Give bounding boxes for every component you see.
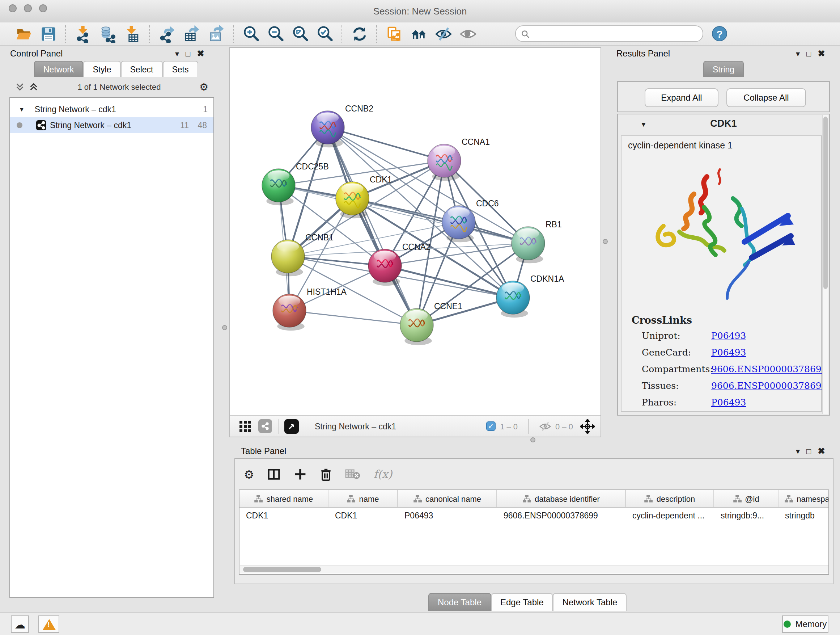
apply-style-refresh-button[interactable] (347, 24, 372, 44)
table-cell[interactable]: CDK1 (328, 508, 398, 523)
tab-select[interactable]: Select (121, 61, 163, 77)
panel-menu-icon[interactable]: ▾ (796, 447, 800, 456)
network-share-view-icon[interactable] (258, 419, 272, 433)
help-button[interactable]: ? (712, 26, 727, 41)
panel-close-icon[interactable]: ✖ (818, 446, 825, 456)
network-node-cdc25b[interactable]: CDC25B (262, 162, 329, 205)
results-scrollbar[interactable] (822, 115, 829, 414)
panel-float-icon[interactable]: □ (806, 447, 811, 455)
panel-close-icon[interactable]: ✖ (197, 49, 204, 59)
panel-menu-icon[interactable]: ▾ (175, 49, 179, 58)
enhance-labels-button[interactable] (431, 24, 456, 44)
zoom-selected-button[interactable] (313, 24, 337, 44)
panel-float-icon[interactable]: □ (806, 49, 811, 58)
crosslink-value-link[interactable]: P06493 (711, 347, 746, 358)
birds-eye-view-icon[interactable] (284, 419, 299, 433)
crosslink-value-link[interactable]: 9606.ENSP00000378699 (711, 363, 827, 374)
function-builder-icon[interactable]: f(x) (374, 468, 392, 481)
column-header-description[interactable]: description (626, 490, 714, 507)
panel-menu-icon[interactable]: ▾ (796, 49, 800, 58)
import-network-from-database-button[interactable] (95, 24, 120, 44)
table-cell[interactable]: 9606.ENSP00000378699 (497, 508, 626, 523)
tab-string[interactable]: String (703, 61, 744, 77)
tab-network[interactable]: Network (34, 61, 83, 77)
network-row-selected[interactable]: String Network – cdk1 11 48 (10, 117, 213, 133)
delete-table-icon[interactable] (346, 469, 361, 480)
memory-button[interactable]: Memory (782, 616, 829, 633)
network-canvas[interactable]: CCNB2CCNA1CDC25BCDK1CDC6RB1CCNB1CCNA2CDK… (230, 48, 600, 415)
column-header-database-identifier[interactable]: database identifier (497, 490, 626, 507)
show-columns-icon[interactable] (267, 468, 281, 481)
expand-all-button[interactable]: Expand All (645, 88, 718, 107)
node-label: RB1 (546, 220, 562, 229)
network-node-hist1h1a[interactable]: HIST1H1A (273, 287, 347, 331)
warnings-button[interactable]: ! (38, 616, 59, 633)
string-home-button[interactable] (407, 24, 431, 44)
save-session-button[interactable] (36, 24, 61, 44)
network-node-cdk1[interactable]: CDK1 (336, 175, 392, 218)
table-row[interactable]: CDK1CDK1P064939606.ENSP00000378699cyclin… (240, 508, 829, 523)
table-cell[interactable]: cyclin-dependent ... (626, 508, 714, 523)
left-splitter-handle[interactable] (222, 325, 227, 330)
column-header-name[interactable]: name (328, 490, 398, 507)
gene-name: CDK1 (618, 118, 829, 129)
collapse-all-chevron-icon[interactable] (14, 81, 25, 93)
tab-network-table[interactable]: Network Table (553, 593, 627, 611)
table-options-gear-icon[interactable]: ⚙ (244, 467, 254, 481)
network-edge[interactable] (352, 198, 528, 243)
string-protein-query-button[interactable] (382, 24, 407, 44)
zoom-in-button[interactable] (239, 24, 264, 44)
table-horizontal-scrollbar[interactable] (240, 565, 829, 573)
crosslink-value-link[interactable]: 9606.ENSP00000378699 (711, 380, 827, 391)
table-cell[interactable]: CDK1 (240, 508, 328, 523)
network-view[interactable]: CCNB2CCNA1CDC25BCDK1CDC6RB1CCNB1CCNA2CDK… (229, 47, 601, 437)
crosslink-value-link[interactable]: P06493 (711, 397, 746, 408)
network-edge[interactable] (289, 310, 417, 325)
import-table-button[interactable] (120, 24, 145, 44)
collection-expand-arrow-icon[interactable]: ▼ (19, 106, 25, 112)
delete-column-trash-icon[interactable] (320, 467, 332, 481)
cloud-status-button[interactable]: ☁ (11, 616, 29, 633)
column-header-namespac[interactable]: namespac (778, 490, 829, 507)
tab-edge-table[interactable]: Edge Table (491, 593, 553, 611)
zoom-fit-button[interactable] (288, 24, 313, 44)
search-input[interactable] (530, 29, 698, 39)
export-table-button[interactable] (180, 24, 204, 44)
search-icon (521, 29, 530, 38)
export-network-button[interactable] (155, 24, 180, 44)
panel-float-icon[interactable]: □ (186, 49, 190, 58)
results-scrollbar-thumb[interactable] (823, 117, 828, 289)
pan-crosshair-icon[interactable] (580, 419, 595, 433)
network-node-cdkn1a[interactable]: CDKN1A (496, 274, 564, 318)
scrollbar-thumb[interactable] (243, 567, 321, 572)
tab-sets[interactable]: Sets (163, 61, 198, 77)
selected-checkbox-icon[interactable]: ✓ (486, 421, 496, 431)
column-header-canonical-name[interactable]: canonical name (398, 490, 497, 507)
column-header--id[interactable]: @id (714, 490, 778, 507)
column-header-shared-name[interactable]: shared name (240, 490, 328, 507)
grid-view-icon[interactable] (239, 420, 252, 432)
right-splitter-handle[interactable] (603, 239, 608, 244)
table-cell[interactable]: stringdb (778, 508, 829, 523)
crosslink-value-link[interactable]: P06493 (711, 330, 746, 341)
collapse-all-button[interactable]: Collapse All (726, 88, 806, 107)
tab-style[interactable]: Style (83, 61, 120, 77)
network-node-cdc6[interactable]: CDC6 (442, 199, 499, 242)
network-node-rb1[interactable]: RB1 (512, 220, 562, 263)
show-hide-panel-button[interactable] (456, 24, 480, 44)
network-options-gear-icon[interactable]: ⚙ (199, 81, 208, 93)
zoom-out-button[interactable] (264, 24, 288, 44)
tab-node-table[interactable]: Node Table (428, 593, 491, 611)
network-collection-row[interactable]: ▼ String Network – cdk1 1 (10, 101, 213, 117)
table-cell[interactable]: P06493 (398, 508, 497, 523)
node-label: CDKN1A (531, 274, 564, 283)
bottom-splitter-handle[interactable] (531, 437, 535, 442)
table-cell[interactable]: stringdb:9... (714, 508, 778, 523)
add-column-icon[interactable] (294, 468, 307, 481)
export-image-button[interactable] (204, 24, 229, 44)
panel-close-icon[interactable]: ✖ (818, 49, 825, 59)
import-network-button[interactable] (71, 24, 95, 44)
expand-all-chevron-icon[interactable] (28, 81, 39, 93)
open-session-button[interactable] (11, 24, 36, 44)
node-table: shared namenamecanonical namedatabase id… (239, 489, 829, 575)
